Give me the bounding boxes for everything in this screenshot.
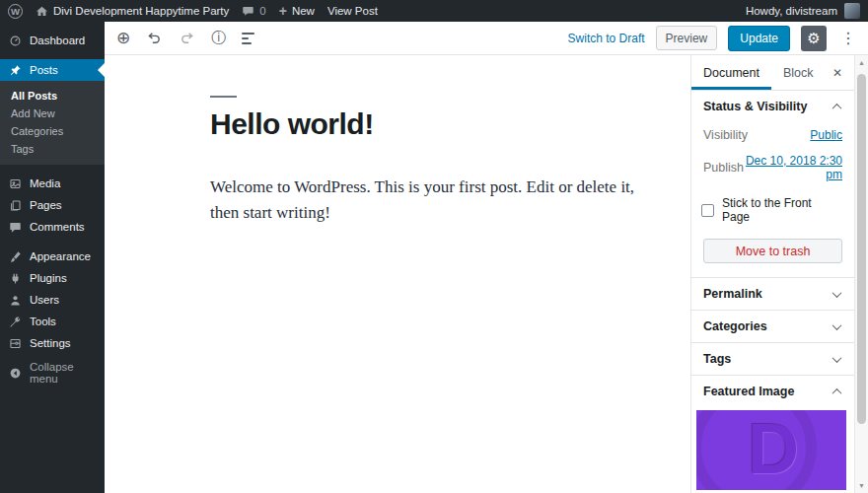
sidebar-item-comments[interactable]: Comments <box>0 216 105 238</box>
scrollbar-thumb[interactable] <box>857 74 866 424</box>
update-button[interactable]: Update <box>728 26 790 51</box>
chevron-down-icon <box>832 320 842 330</box>
admin-menu: Dashboard Posts All Posts Add New Catego… <box>0 22 105 493</box>
plug-icon <box>9 272 22 285</box>
tags-header[interactable]: Tags <box>691 343 854 375</box>
post-paragraph[interactable]: Welcome to WordPress. This is your first… <box>210 175 636 226</box>
settings-sidebar: Document Block ✕ Status & Visibility Vis… <box>690 55 854 493</box>
howdy-account-link[interactable]: Howdy, divistream <box>746 5 837 17</box>
submenu-categories[interactable]: Categories <box>0 122 105 140</box>
wrench-icon <box>9 316 22 328</box>
settings-icon <box>9 337 22 350</box>
visibility-label: Visibility <box>703 128 748 142</box>
preview-button[interactable]: Preview <box>656 26 718 50</box>
pages-icon <box>9 199 22 212</box>
menu-separator <box>0 165 105 173</box>
featured-image-panel: Featured Image D Replace image Remove fe… <box>691 376 854 493</box>
publish-date-link[interactable]: Dec 10, 2018 2:30 pm <box>744 154 842 181</box>
posts-submenu: All Posts Add New Categories Tags <box>0 81 105 165</box>
block-inserter-button[interactable]: ⊕ <box>116 30 130 46</box>
scroll-up-icon[interactable]: ▲ <box>855 59 868 66</box>
status-visibility-header[interactable]: Status & Visibility <box>691 91 854 122</box>
wordpress-logo-icon[interactable]: W <box>8 4 23 19</box>
comments-bubble[interactable]: 0 <box>242 5 265 18</box>
paintbrush-icon <box>9 250 22 263</box>
post-title[interactable]: Hello world! <box>210 107 374 141</box>
publish-label: Publish <box>703 161 744 175</box>
stick-front-page-checkbox[interactable] <box>701 204 714 217</box>
permalink-header[interactable]: Permalink <box>691 278 854 310</box>
submenu-tags[interactable]: Tags <box>0 140 105 158</box>
submenu-add-new[interactable]: Add New <box>0 105 105 122</box>
visibility-row: Visibility Public <box>691 122 854 148</box>
tab-document[interactable]: Document <box>691 55 771 90</box>
comment-icon <box>242 5 254 18</box>
permalink-panel: Permalink <box>691 278 854 311</box>
dashboard-icon <box>9 35 22 47</box>
comments-icon <box>9 221 22 234</box>
stick-front-page-label: Stick to the Front Page <box>722 196 842 224</box>
sidebar-item-dashboard[interactable]: Dashboard <box>0 30 105 51</box>
title-divider <box>210 96 237 98</box>
sidebar-item-posts[interactable]: Posts <box>0 59 105 81</box>
divi-logo-letter: D <box>748 410 799 489</box>
chevron-up-icon <box>832 103 842 112</box>
site-name: Divi Development Happytime Party <box>53 5 229 17</box>
categories-header[interactable]: Categories <box>691 311 854 342</box>
chevron-down-icon <box>832 288 842 298</box>
admin-bar: W Divi Development Happytime Party 0 + N… <box>0 0 868 22</box>
status-visibility-panel: Status & Visibility Visibility Public Pu… <box>691 91 854 278</box>
collapse-menu-button[interactable]: Collapse menu <box>0 362 105 384</box>
sidebar-item-settings[interactable]: Settings <box>0 332 105 354</box>
home-icon <box>36 5 48 18</box>
redo-button[interactable] <box>179 30 195 46</box>
menu-separator <box>0 238 105 246</box>
chevron-up-icon <box>832 387 842 397</box>
new-content-menu[interactable]: + New <box>279 4 315 18</box>
collapse-arrow-icon <box>9 367 22 380</box>
menu-separator <box>0 51 105 59</box>
block-navigation-button[interactable] <box>242 33 254 44</box>
new-label: New <box>292 5 315 17</box>
featured-image-thumbnail[interactable]: D <box>696 410 846 490</box>
sidebar-item-tools[interactable]: Tools <box>0 311 105 332</box>
site-name-link[interactable]: Divi Development Happytime Party <box>36 5 229 18</box>
undo-button[interactable] <box>146 30 163 46</box>
chevron-down-icon <box>832 353 842 363</box>
user-avatar[interactable] <box>844 3 860 19</box>
sidebar-item-plugins[interactable]: Plugins <box>0 267 105 289</box>
view-post-link[interactable]: View Post <box>327 5 378 17</box>
featured-image-header[interactable]: Featured Image <box>691 376 854 407</box>
close-sidebar-icon[interactable]: ✕ <box>827 55 848 90</box>
sticky-row: Stick to the Front Page <box>691 187 854 230</box>
scroll-down-icon[interactable]: ▼ <box>855 482 868 489</box>
editor-toolbar: ⊕ ⓘ Switch to Draft Preview Update ⚙ ⋮ <box>105 22 868 55</box>
sidebar-item-pages[interactable]: Pages <box>0 194 105 216</box>
user-icon <box>9 294 22 307</box>
visibility-value-link[interactable]: Public <box>810 128 842 142</box>
content-structure-button[interactable]: ⓘ <box>211 31 226 45</box>
sidebar-item-media[interactable]: Media <box>0 173 105 194</box>
sidebar-item-users[interactable]: Users <box>0 289 105 311</box>
pushpin-icon <box>9 64 22 77</box>
comments-count: 0 <box>259 5 265 17</box>
sidebar-item-appearance[interactable]: Appearance <box>0 246 105 267</box>
switch-to-draft-button[interactable]: Switch to Draft <box>568 32 645 45</box>
tab-block[interactable]: Block <box>771 55 826 90</box>
plus-icon: + <box>279 4 287 18</box>
move-to-trash-button[interactable]: Move to trash <box>703 239 842 263</box>
wordpress-editor-app: W Divi Development Happytime Party 0 + N… <box>0 0 868 493</box>
sidebar-tabs: Document Block ✕ <box>691 55 854 91</box>
categories-panel: Categories <box>691 311 854 343</box>
submenu-all-posts[interactable]: All Posts <box>0 87 105 105</box>
media-icon <box>9 177 22 190</box>
settings-gear-button[interactable]: ⚙ <box>801 26 827 51</box>
sidebar-scrollbar[interactable]: ▲ ▼ <box>854 55 868 493</box>
tags-panel: Tags <box>691 343 854 376</box>
more-options-button[interactable]: ⋮ <box>837 29 859 47</box>
editor-canvas[interactable]: Hello world! Welcome to WordPress. This … <box>105 55 690 493</box>
publish-row: Publish Dec 10, 2018 2:30 pm <box>691 148 854 187</box>
